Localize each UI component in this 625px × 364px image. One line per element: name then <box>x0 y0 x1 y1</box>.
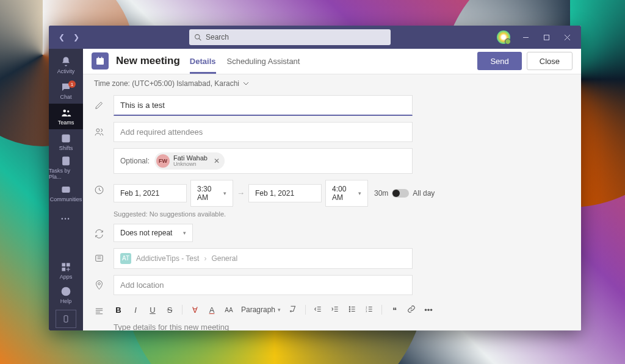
apps-icon <box>60 262 71 273</box>
rail-label: Communities <box>50 196 82 202</box>
font-size-button[interactable]: AA <box>224 307 234 313</box>
nav-forward-button[interactable]: ❯ <box>70 30 83 44</box>
meeting-header: New meeting Details Scheduling Assistant… <box>83 49 581 74</box>
send-button[interactable]: Send <box>477 52 521 70</box>
help-icon <box>60 286 71 297</box>
rail-label: Activity <box>57 68 75 74</box>
rail-label: Apps <box>60 274 73 280</box>
start-time-input[interactable]: 3:30 AM▾ <box>190 180 233 207</box>
quote-button[interactable]: ❝ <box>389 305 399 315</box>
svg-rect-12 <box>67 263 70 266</box>
duration-label: 30m <box>374 189 388 198</box>
paragraph-style-select[interactable]: Paragraph▾ <box>241 305 281 314</box>
window-minimize-button[interactable] <box>515 26 536 49</box>
link-button[interactable] <box>406 305 416 315</box>
svg-rect-18 <box>96 59 104 60</box>
editor-toolbar: B I U S ∀ A AA Paragraph▾ <box>114 301 492 319</box>
start-date-input[interactable]: Feb 1, 2021 <box>114 184 187 202</box>
attendee-status: Unknown <box>173 162 208 168</box>
outdent-button[interactable] <box>313 305 323 315</box>
chat-badge: 1 <box>68 80 76 88</box>
svg-point-21 <box>96 129 99 132</box>
window-maximize-button[interactable] <box>536 26 557 49</box>
rail-help[interactable]: Help <box>49 283 83 307</box>
team-avatar-icon: AT <box>120 253 131 264</box>
rail-activity[interactable]: Activity <box>49 52 83 78</box>
svg-point-27 <box>349 311 350 312</box>
rail-apps[interactable]: Apps <box>49 259 83 283</box>
bold-button[interactable]: B <box>114 305 123 315</box>
rail-shifts[interactable]: Shifts <box>49 129 83 155</box>
rail-more[interactable]: ••• <box>49 206 83 232</box>
svg-rect-20 <box>101 57 102 59</box>
rail-label: Shifts <box>59 145 73 151</box>
location-icon <box>94 280 105 291</box>
shifts-icon <box>60 133 71 144</box>
timezone-selector[interactable]: Time zone: (UTC+05:00) Islamabad, Karach… <box>83 74 581 93</box>
profile-avatar[interactable] <box>497 30 510 44</box>
chevron-down-icon: ▾ <box>183 230 186 236</box>
app-rail: Activity 1 Chat Teams Shifts Tasks by Pl… <box>49 49 83 330</box>
font-color-button[interactable]: A <box>207 305 217 315</box>
rail-chat[interactable]: 1 Chat <box>49 78 83 104</box>
calendar-icon <box>92 52 109 70</box>
underline-button[interactable]: U <box>148 305 157 315</box>
chevron-right-icon: › <box>204 254 206 263</box>
clock-icon <box>94 185 105 196</box>
tab-scheduling-assistant[interactable]: Scheduling Assistant <box>227 49 300 73</box>
channel-selector[interactable]: AT AddictiveTips - Test › General <box>114 248 413 269</box>
rail-device-button[interactable] <box>56 310 76 328</box>
svg-point-0 <box>195 34 200 38</box>
channel-team-name: AddictiveTips - Test <box>136 254 199 263</box>
svg-rect-11 <box>62 263 65 266</box>
channel-icon <box>94 253 105 264</box>
attendee-chip: FW Fati Wahab Unknown ✕ <box>154 152 225 170</box>
close-button[interactable]: Close <box>527 52 573 70</box>
suggested-times-label: Suggested: No suggestions available. <box>114 210 570 218</box>
allday-label: All day <box>413 189 435 198</box>
svg-point-25 <box>349 307 350 307</box>
remove-attendee-button[interactable]: ✕ <box>214 157 220 165</box>
communities-icon <box>60 184 71 195</box>
location-input[interactable]: Add location <box>114 275 413 295</box>
optional-attendees-input[interactable]: Optional: FW Fati Wahab Unknown ✕ <box>114 148 413 174</box>
italic-button[interactable]: I <box>131 305 140 315</box>
window-close-button[interactable] <box>557 26 577 49</box>
arrow-right-icon: → <box>237 188 245 198</box>
numbered-list-button[interactable]: 123 <box>364 305 374 315</box>
rail-communities[interactable]: Communities <box>49 180 83 206</box>
highlight-button[interactable]: ∀ <box>190 305 200 315</box>
search-placeholder: Search <box>206 33 229 41</box>
search-input[interactable]: Search <box>189 29 391 45</box>
recurrence-select[interactable]: Does not repeat▾ <box>114 224 193 242</box>
description-editor[interactable]: Type details for this new meeting <box>114 319 492 330</box>
end-time-input[interactable]: 4:00 AM▾ <box>325 180 368 207</box>
chevron-down-icon: ▾ <box>223 190 226 196</box>
allday-toggle[interactable] <box>392 189 409 198</box>
tab-details[interactable]: Details <box>190 49 216 73</box>
svg-point-6 <box>63 110 67 113</box>
svg-point-15 <box>65 293 66 294</box>
more-icon: ••• <box>61 216 70 222</box>
more-options-button[interactable]: ••• <box>424 305 433 315</box>
attendee-avatar: FW <box>156 154 170 168</box>
device-icon <box>62 313 70 324</box>
bell-icon <box>60 56 71 67</box>
indent-button[interactable] <box>330 305 340 315</box>
clear-formatting-button[interactable] <box>288 305 298 315</box>
rail-label: Help <box>60 298 72 304</box>
optional-label: Optional: <box>120 157 150 165</box>
end-date-input[interactable]: Feb 1, 2021 <box>248 184 322 202</box>
svg-point-26 <box>349 309 350 309</box>
rail-tasks[interactable]: Tasks by Pla... <box>49 155 83 180</box>
svg-rect-23 <box>96 255 103 261</box>
bulleted-list-button[interactable] <box>347 305 357 315</box>
strikethrough-button[interactable]: S <box>165 305 175 315</box>
pencil-icon <box>94 100 105 111</box>
required-attendees-input[interactable]: Add required attendees <box>114 122 413 142</box>
rail-label: Chat <box>60 94 71 100</box>
meeting-title-input[interactable]: This is a test <box>114 95 413 116</box>
tasks-icon <box>60 155 71 166</box>
nav-back-button[interactable]: ❮ <box>55 30 68 44</box>
rail-teams[interactable]: Teams <box>49 104 83 129</box>
